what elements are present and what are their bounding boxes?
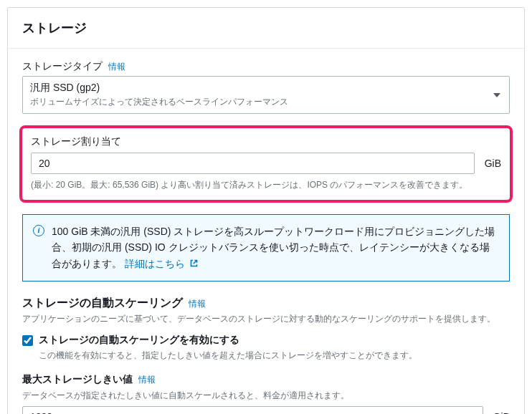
allocation-input-row: GiB: [31, 153, 501, 174]
threshold-input[interactable]: [22, 406, 483, 414]
autoscaling-checkbox-label: ストレージの自動スケーリングを有効にする: [39, 334, 417, 347]
storage-type-label-row: ストレージタイプ 情報: [22, 60, 510, 73]
info-icon: i: [33, 225, 44, 236]
allocation-helper: (最小: 20 GiB。最大: 65,536 GiB) より高い割り当て済みスト…: [31, 178, 501, 191]
threshold-desc: データベースが指定されたしきい値に自動スケールされると、料金が適用されます。: [22, 389, 510, 402]
storage-type-label: ストレージタイプ: [22, 60, 103, 73]
allocation-input[interactable]: [31, 153, 475, 174]
storage-type-desc: ボリュームサイズによって決定されるベースラインパフォーマンス: [30, 96, 488, 108]
autoscaling-desc: アプリケーションのニーズに基づいて、データベースのストレージに対する動的なスケー…: [22, 312, 510, 325]
caret-down-icon: [493, 93, 500, 97]
threshold-info-link[interactable]: 情報: [138, 374, 156, 386]
autoscaling-section: ストレージの自動スケーリング 情報 アプリケーションのニーズに基づいて、データベ…: [22, 296, 510, 414]
info-box-text: 100 GiB 未満の汎用 (SSD) ストレージを高スループットワークロード用…: [52, 226, 495, 269]
threshold-unit: GiB: [493, 411, 510, 414]
allocation-label-row: ストレージ割り当て: [31, 135, 501, 148]
allocation-unit: GiB: [485, 158, 501, 169]
autoscaling-info-link[interactable]: 情報: [189, 298, 206, 310]
storage-panel: ストレージ ストレージタイプ 情報 汎用 SSD (gp2) ボリュームサイズに…: [7, 7, 525, 414]
autoscaling-checkbox-content: ストレージの自動スケーリングを有効にする この機能を有効にすると、指定したしきい…: [39, 334, 417, 362]
threshold-input-row: GiB: [22, 406, 510, 414]
threshold-field: 最大ストレージしきい値 情報 データベースが指定されたしきい値に自動スケールされ…: [22, 373, 510, 414]
storage-type-field: ストレージタイプ 情報 汎用 SSD (gp2) ボリュームサイズによって決定さ…: [22, 60, 510, 114]
panel-body: ストレージタイプ 情報 汎用 SSD (gp2) ボリュームサイズによって決定さ…: [8, 49, 524, 414]
autoscaling-checkbox-row: ストレージの自動スケーリングを有効にする この機能を有効にすると、指定したしきい…: [22, 334, 510, 362]
info-box-content: 100 GiB 未満の汎用 (SSD) ストレージを高スループットワークロード用…: [52, 223, 499, 272]
info-learn-more-link[interactable]: 詳細はこちら: [125, 258, 199, 269]
external-link-icon: [189, 256, 199, 272]
panel-header: ストレージ: [8, 8, 524, 49]
panel-title: ストレージ: [22, 19, 510, 37]
storage-type-selected: 汎用 SSD (gp2): [30, 82, 488, 95]
autoscaling-checkbox-desc: この機能を有効にすると、指定したしきい値を超えた場合にストレージを増やすことがで…: [39, 349, 417, 362]
storage-type-info-link[interactable]: 情報: [108, 61, 125, 73]
autoscaling-title-row: ストレージの自動スケーリング 情報: [22, 296, 510, 311]
autoscaling-title: ストレージの自動スケーリング: [22, 296, 183, 311]
storage-allocation-highlight: ストレージ割り当て GiB (最小: 20 GiB。最大: 65,536 GiB…: [19, 125, 513, 203]
autoscaling-enable-checkbox[interactable]: [22, 335, 33, 346]
info-link-label: 詳細はこちら: [125, 258, 185, 269]
throughput-info-box: i 100 GiB 未満の汎用 (SSD) ストレージを高スループットワークロー…: [22, 214, 510, 281]
allocation-label: ストレージ割り当て: [31, 135, 121, 148]
threshold-label: 最大ストレージしきい値: [22, 373, 133, 386]
threshold-label-row: 最大ストレージしきい値 情報: [22, 373, 510, 386]
storage-type-select[interactable]: 汎用 SSD (gp2) ボリュームサイズによって決定されるベースラインパフォー…: [22, 76, 510, 114]
